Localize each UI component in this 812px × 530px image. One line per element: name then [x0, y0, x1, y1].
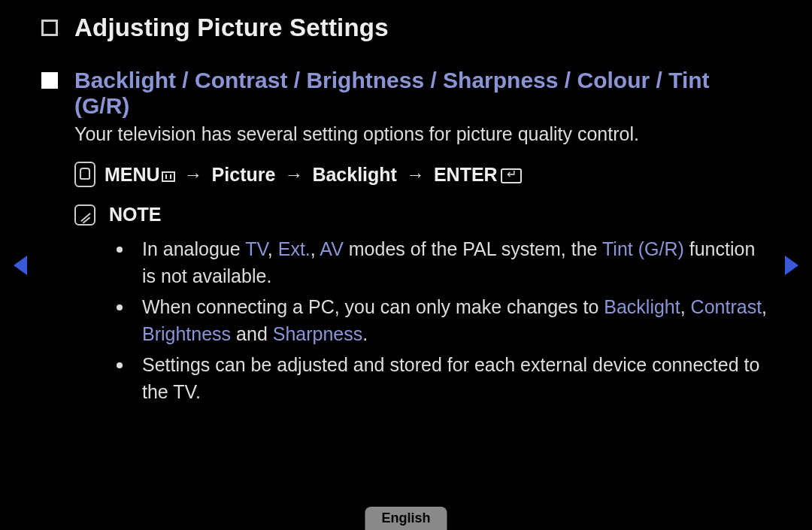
prev-page-button[interactable] [14, 256, 27, 275]
note-icon [74, 204, 95, 226]
enter-icon [501, 168, 522, 183]
title-bullet-icon [41, 20, 58, 36]
arrow-icon: → [284, 164, 303, 186]
section-subtitle: Your television has several setting opti… [74, 123, 771, 145]
note-label: NOTE [109, 204, 161, 226]
menu-label: MENU [105, 164, 160, 185]
arrow-icon: → [184, 164, 203, 186]
note-item: When connecting a PC, you can only make … [109, 294, 771, 347]
language-badge[interactable]: English [365, 507, 447, 530]
remote-icon [74, 162, 95, 187]
note-item: In analogue TV, Ext., AV modes of the PA… [109, 236, 771, 289]
path-picture: Picture [212, 164, 276, 186]
note-list: In analogue TV, Ext., AV modes of the PA… [74, 236, 771, 405]
screen-icon [162, 171, 175, 182]
section: Backlight / Contrast / Brightness / Shar… [41, 68, 771, 410]
section-heading: Backlight / Contrast / Brightness / Shar… [74, 68, 771, 119]
page-title-row: Adjusting Picture Settings [41, 14, 771, 42]
note-item: Settings can be adjusted and stored for … [109, 352, 771, 405]
section-bullet-icon [41, 72, 58, 89]
enter-label: ENTER [434, 164, 498, 185]
path-backlight: Backlight [312, 164, 397, 186]
arrow-icon: → [406, 164, 425, 186]
menu-path: MENU → Picture → Backlight → ENTER [74, 162, 771, 187]
next-page-button[interactable] [785, 256, 798, 275]
note-header: NOTE [74, 204, 771, 226]
page-title: Adjusting Picture Settings [74, 14, 389, 42]
